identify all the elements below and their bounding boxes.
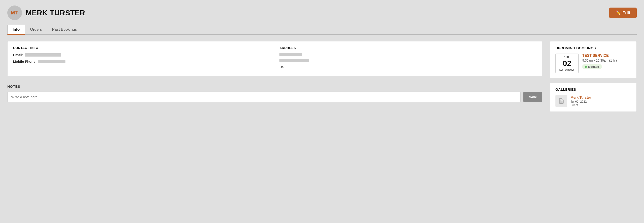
- upcoming-bookings-title: UPCOMING BOOKINGS: [556, 46, 631, 50]
- address-section: ADDRESS US: [280, 46, 537, 72]
- booking-item: JUL 02 SATURDAY TEST SERVICE 9:30am - 10…: [556, 54, 631, 73]
- gallery-item: Merk Turster Jul 02, 2022 Client: [556, 95, 631, 107]
- notes-input[interactable]: [7, 92, 521, 102]
- tab-orders[interactable]: Orders: [25, 25, 47, 35]
- contact-section: CONTACT INFO Email: Mobile Phone:: [13, 46, 270, 72]
- header-left: MT MERK TURSTER: [7, 6, 85, 20]
- client-name: MERK TURSTER: [26, 9, 85, 17]
- address-line2-value: [280, 59, 309, 62]
- page-wrapper: MT MERK TURSTER ✏️ Edit Info Orders Past…: [0, 0, 644, 223]
- notes-input-row: Save: [7, 92, 542, 102]
- right-column: UPCOMING BOOKINGS JUL 02 SATURDAY TEST S…: [550, 41, 637, 112]
- gallery-thumb: [556, 95, 567, 107]
- galleries-title: GALLERIES: [556, 88, 631, 91]
- edit-button[interactable]: ✏️ Edit: [609, 8, 637, 18]
- address-country: US: [280, 65, 537, 69]
- mobile-label: Mobile Phone:: [13, 60, 36, 64]
- tab-past-bookings[interactable]: Past Bookings: [47, 25, 82, 35]
- date-month: JUL: [559, 56, 575, 59]
- notes-section: NOTES Save: [7, 84, 542, 102]
- edit-icon: ✏️: [616, 10, 621, 15]
- tabs: Info Orders Past Bookings: [7, 25, 637, 35]
- upcoming-bookings-card: UPCOMING BOOKINGS JUL 02 SATURDAY TEST S…: [550, 41, 637, 78]
- booked-label: Booked: [588, 65, 599, 68]
- booking-service: TEST SERVICE: [582, 54, 631, 58]
- booking-time: 9:30am - 10:30am (1 hr): [582, 58, 631, 62]
- phone-row: Mobile Phone:: [13, 60, 270, 64]
- booked-dot: [585, 66, 587, 68]
- main-content: CONTACT INFO Email: Mobile Phone: ADDRES…: [7, 41, 637, 112]
- header: MT MERK TURSTER ✏️ Edit: [7, 6, 637, 20]
- tab-info[interactable]: Info: [7, 25, 25, 35]
- contact-info-title: CONTACT INFO: [13, 46, 270, 50]
- booked-badge: Booked: [582, 64, 602, 69]
- left-column: CONTACT INFO Email: Mobile Phone: ADDRES…: [7, 41, 542, 112]
- date-box: JUL 02 SATURDAY: [556, 54, 578, 73]
- address-line1: [280, 53, 537, 56]
- gallery-type: Client: [570, 103, 591, 107]
- gallery-file-icon: [558, 98, 564, 104]
- email-value: [25, 53, 61, 56]
- gallery-name: Merk Turster: [570, 96, 591, 99]
- email-row: Email:: [13, 53, 270, 57]
- phone-value: [38, 60, 66, 63]
- booking-details: TEST SERVICE 9:30am - 10:30am (1 hr) Boo…: [582, 54, 631, 69]
- save-button[interactable]: Save: [524, 92, 542, 102]
- address-line2: [280, 59, 537, 62]
- address-line1-value: [280, 53, 302, 56]
- date-weekday: SATURDAY: [559, 68, 575, 71]
- avatar: MT: [7, 6, 22, 20]
- gallery-date: Jul 02, 2022: [570, 100, 591, 103]
- notes-title: NOTES: [7, 84, 542, 88]
- contact-card: CONTACT INFO Email: Mobile Phone: ADDRES…: [7, 41, 542, 76]
- address-title: ADDRESS: [280, 46, 537, 50]
- galleries-card: GALLERIES Merk Turster Jul 02, 20: [550, 83, 637, 112]
- date-day: 02: [559, 59, 575, 68]
- email-label: Email:: [13, 53, 23, 57]
- gallery-info: Merk Turster Jul 02, 2022 Client: [570, 96, 591, 107]
